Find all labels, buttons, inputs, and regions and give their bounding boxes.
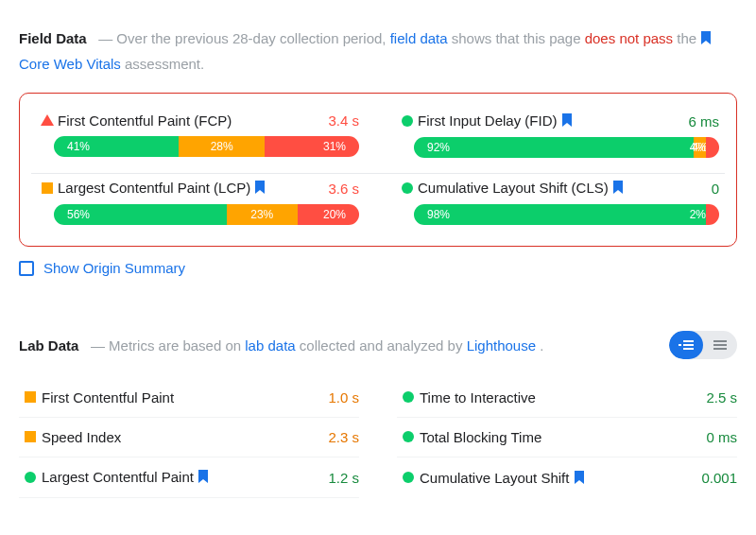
lab-metric-name: First Contentful Paint bbox=[42, 389, 328, 406]
show-origin-summary[interactable]: Show Origin Summary bbox=[19, 260, 737, 276]
lab-metric: Time to Interactive2.5 s bbox=[397, 378, 737, 418]
svg-rect-4 bbox=[713, 340, 727, 342]
lab-metric-name: Speed Index bbox=[42, 429, 328, 445]
distribution-bar: 41%28%31% bbox=[54, 136, 359, 157]
lab-metric-name: Largest Contentful Paint bbox=[42, 469, 328, 486]
field-metric-name: Largest Contentful Paint (LCP) bbox=[58, 180, 328, 197]
dist-improve: 28% bbox=[179, 136, 264, 157]
dist-good: 41% bbox=[54, 136, 179, 157]
lab-metric-name: Time to Interactive bbox=[420, 389, 706, 406]
lab-data-link[interactable]: lab data bbox=[245, 337, 295, 354]
core-web-vitals-link[interactable]: Core Web Vitals bbox=[19, 56, 121, 72]
field-metric-name: First Input Delay (FID) bbox=[418, 112, 688, 129]
lab-metric-value: 1.2 s bbox=[328, 470, 359, 486]
circle-green-icon bbox=[402, 115, 413, 127]
view-compact-icon[interactable] bbox=[703, 331, 737, 359]
dist-improve: 23% bbox=[227, 204, 298, 225]
circle-green-icon bbox=[403, 431, 414, 442]
bookmark-icon bbox=[561, 113, 573, 129]
bookmark-icon bbox=[254, 181, 266, 197]
square-orange-icon bbox=[25, 391, 36, 403]
dist-good: 56% bbox=[54, 204, 227, 225]
dist-poor: 20% bbox=[298, 204, 359, 225]
field-data-header: Field Data — Over the previous 28-day co… bbox=[19, 26, 737, 76]
distribution-bar: 98%2% bbox=[414, 204, 719, 225]
bookmark-icon bbox=[612, 181, 624, 197]
circle-green-icon bbox=[402, 182, 413, 194]
svg-rect-3 bbox=[683, 348, 694, 350]
lab-metric: Cumulative Layout Shift 0.001 bbox=[397, 457, 737, 498]
circle-green-icon bbox=[403, 391, 414, 403]
dist-good: 98% bbox=[414, 204, 706, 225]
field-data-link[interactable]: field data bbox=[390, 30, 448, 46]
field-metric-name: Cumulative Layout Shift (CLS) bbox=[418, 180, 712, 197]
circle-green-icon bbox=[403, 472, 414, 483]
square-orange-icon bbox=[25, 431, 36, 442]
bookmark-icon bbox=[198, 470, 209, 486]
field-fail-text: does not pass bbox=[585, 30, 673, 46]
field-metrics-box: First Contentful Paint (FCP)3.4 s41%28%3… bbox=[19, 93, 737, 247]
dist-poor: 4% bbox=[706, 137, 719, 158]
lab-metric: First Contentful Paint1.0 s bbox=[19, 378, 359, 418]
lab-data-header: Lab Data — Metrics are based on lab data… bbox=[19, 337, 543, 354]
lab-view-toggle[interactable] bbox=[669, 331, 737, 359]
show-origin-summary-label: Show Origin Summary bbox=[43, 260, 185, 276]
field-metric: First Input Delay (FID) 6 ms92%4%4% bbox=[397, 107, 719, 173]
field-metric-value: 0 bbox=[712, 181, 719, 197]
triangle-red-icon bbox=[41, 114, 54, 126]
checkbox-icon[interactable] bbox=[19, 261, 34, 276]
field-metric-name: First Contentful Paint (FCP) bbox=[58, 112, 328, 129]
view-detail-icon[interactable] bbox=[669, 331, 703, 359]
field-metric-value: 3.4 s bbox=[328, 112, 359, 129]
svg-rect-1 bbox=[683, 340, 694, 342]
svg-rect-6 bbox=[713, 348, 727, 350]
lab-metric-value: 2.3 s bbox=[328, 429, 359, 445]
distribution-bar: 56%23%20% bbox=[54, 204, 359, 225]
lab-metric-value: 2.5 s bbox=[706, 389, 737, 406]
field-metric: First Contentful Paint (FCP)3.4 s41%28%3… bbox=[37, 107, 359, 173]
field-metric-value: 3.6 s bbox=[328, 181, 359, 197]
lab-metric: Speed Index2.3 s bbox=[19, 418, 359, 457]
square-orange-icon bbox=[42, 182, 53, 194]
lab-metric: Largest Contentful Paint 1.2 s bbox=[19, 457, 359, 498]
lab-data-title: Lab Data bbox=[19, 337, 78, 354]
svg-rect-5 bbox=[713, 344, 727, 346]
dist-good: 92% bbox=[414, 137, 694, 158]
field-metric-value: 6 ms bbox=[688, 113, 719, 129]
lab-metric-value: 0 ms bbox=[706, 429, 737, 445]
lighthouse-link[interactable]: Lighthouse bbox=[467, 337, 536, 354]
lab-metric-value: 1.0 s bbox=[328, 389, 359, 406]
lab-metric-value: 0.001 bbox=[701, 470, 737, 486]
dist-poor: 2% bbox=[706, 204, 719, 225]
svg-rect-0 bbox=[679, 344, 681, 346]
dist-poor: 31% bbox=[265, 136, 359, 157]
field-data-title: Field Data bbox=[19, 30, 87, 46]
field-metric: Largest Contentful Paint (LCP) 3.6 s56%2… bbox=[37, 174, 359, 240]
lab-metric-name: Cumulative Layout Shift bbox=[420, 470, 701, 487]
svg-rect-2 bbox=[683, 344, 694, 346]
field-metric: Cumulative Layout Shift (CLS) 098%2% bbox=[397, 174, 719, 240]
circle-green-icon bbox=[25, 472, 36, 483]
lab-metric: Total Blocking Time0 ms bbox=[397, 418, 737, 457]
bookmark-icon bbox=[574, 471, 585, 487]
bookmark-icon bbox=[700, 29, 712, 52]
lab-data-section: Lab Data — Metrics are based on lab data… bbox=[19, 331, 737, 498]
distribution-bar: 92%4%4% bbox=[414, 137, 719, 158]
lab-metric-name: Total Blocking Time bbox=[420, 429, 706, 445]
